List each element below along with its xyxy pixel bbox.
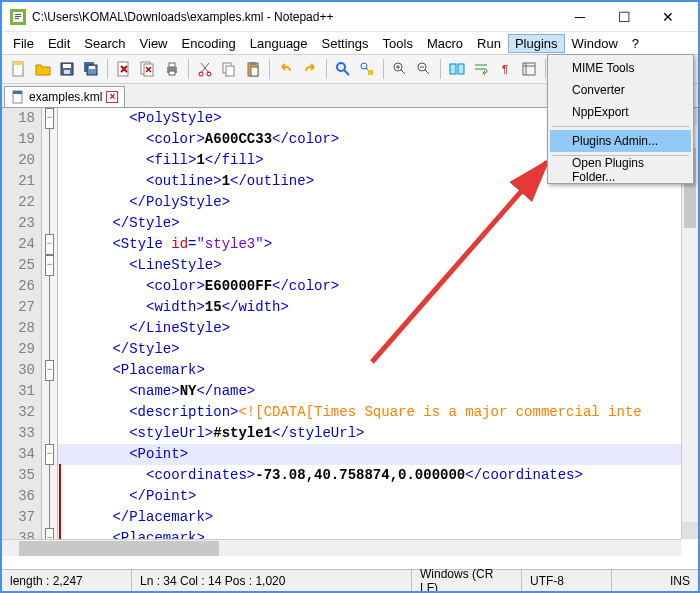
tab-label: examples.kml bbox=[29, 90, 102, 104]
show-all-icon[interactable]: ¶ bbox=[494, 58, 516, 80]
close-file-icon[interactable] bbox=[113, 58, 135, 80]
menu-settings[interactable]: Settings bbox=[315, 34, 376, 53]
replace-icon[interactable] bbox=[356, 58, 378, 80]
svg-rect-33 bbox=[523, 63, 535, 75]
statusbar: length : 2,247 Ln : 34 Col : 14 Pos : 1,… bbox=[2, 569, 698, 591]
svg-rect-25 bbox=[251, 67, 258, 76]
menu-plugins[interactable]: Plugins bbox=[508, 34, 565, 53]
svg-rect-12 bbox=[89, 66, 95, 69]
menubar: FileEditSearchViewEncodingLanguageSettin… bbox=[2, 32, 698, 54]
bracket-highlight bbox=[59, 464, 61, 548]
close-button[interactable]: ✕ bbox=[646, 3, 690, 31]
svg-rect-39 bbox=[13, 91, 22, 94]
menu-macro[interactable]: Macro bbox=[420, 34, 470, 53]
redo-icon[interactable] bbox=[299, 58, 321, 80]
svg-rect-4 bbox=[15, 18, 19, 19]
svg-rect-6 bbox=[13, 62, 23, 65]
open-file-icon[interactable] bbox=[32, 58, 54, 80]
tab-close-icon[interactable]: × bbox=[106, 91, 118, 103]
plugins-dropdown: MIME ToolsConverterNppExportPlugins Admi… bbox=[547, 54, 694, 184]
dropdown-item[interactable]: Plugins Admin... bbox=[550, 130, 691, 152]
svg-rect-31 bbox=[450, 64, 456, 74]
copy-icon[interactable] bbox=[218, 58, 240, 80]
fold-margin[interactable]: −−−−−− bbox=[42, 108, 58, 556]
zoom-in-icon[interactable] bbox=[389, 58, 411, 80]
dropdown-item[interactable]: NppExport bbox=[550, 101, 691, 123]
code-line[interactable]: <name>NY</name> bbox=[58, 381, 698, 402]
menu-tools[interactable]: Tools bbox=[376, 34, 420, 53]
code-line[interactable]: </Placemark> bbox=[58, 507, 698, 528]
app-icon bbox=[10, 9, 26, 25]
svg-rect-18 bbox=[169, 71, 175, 75]
code-line[interactable]: <coordinates>-73.08,40.758874,0.000000</… bbox=[58, 465, 698, 486]
code-line[interactable]: <Point> bbox=[58, 444, 698, 465]
line-gutter: 1819202122232425262728293031323334353637… bbox=[2, 108, 42, 556]
new-file-icon[interactable] bbox=[8, 58, 30, 80]
menu-window[interactable]: Window bbox=[565, 34, 625, 53]
horizontal-scrollbar[interactable] bbox=[2, 539, 681, 556]
menu-search[interactable]: Search bbox=[77, 34, 132, 53]
paste-icon[interactable] bbox=[242, 58, 264, 80]
svg-rect-2 bbox=[15, 14, 21, 15]
wrap-icon[interactable] bbox=[470, 58, 492, 80]
menu-run[interactable]: Run bbox=[470, 34, 508, 53]
dropdown-item[interactable]: MIME Tools bbox=[550, 57, 691, 79]
file-tab[interactable]: examples.kml × bbox=[4, 86, 125, 107]
status-mode: INS bbox=[612, 570, 698, 591]
status-eol: Windows (CR LF) bbox=[412, 570, 522, 591]
code-line[interactable]: <description><![CDATA[Times Square is a … bbox=[58, 402, 698, 423]
find-icon[interactable] bbox=[332, 58, 354, 80]
svg-rect-3 bbox=[15, 16, 21, 17]
cut-icon[interactable] bbox=[194, 58, 216, 80]
svg-rect-9 bbox=[64, 70, 70, 74]
minimize-button[interactable]: ─ bbox=[558, 3, 602, 31]
titlebar: C:\Users\KOMAL\Downloads\examples.kml - … bbox=[2, 2, 698, 32]
menu-edit[interactable]: Edit bbox=[41, 34, 77, 53]
print-icon[interactable] bbox=[161, 58, 183, 80]
file-icon bbox=[11, 90, 25, 104]
svg-rect-22 bbox=[226, 66, 234, 76]
svg-rect-28 bbox=[368, 70, 373, 75]
svg-rect-17 bbox=[169, 63, 175, 67]
save-icon[interactable] bbox=[56, 58, 78, 80]
status-length: length : 2,247 bbox=[2, 570, 132, 591]
code-line[interactable]: <styleUrl>#style1</styleUrl> bbox=[58, 423, 698, 444]
undo-icon[interactable] bbox=[275, 58, 297, 80]
sync-icon[interactable] bbox=[446, 58, 468, 80]
menu-?[interactable]: ? bbox=[625, 34, 646, 53]
svg-point-26 bbox=[337, 63, 345, 71]
window-title: C:\Users\KOMAL\Downloads\examples.kml - … bbox=[32, 10, 558, 24]
status-position: Ln : 34 Col : 14 Pos : 1,020 bbox=[132, 570, 412, 591]
status-encoding: UTF-8 bbox=[522, 570, 612, 591]
menu-language[interactable]: Language bbox=[243, 34, 315, 53]
code-line[interactable]: </Point> bbox=[58, 486, 698, 507]
zoom-out-icon[interactable] bbox=[413, 58, 435, 80]
dropdown-item[interactable]: Open Plugins Folder... bbox=[550, 159, 691, 181]
close-all-icon[interactable] bbox=[137, 58, 159, 80]
maximize-button[interactable]: ☐ bbox=[602, 3, 646, 31]
svg-rect-32 bbox=[458, 64, 464, 74]
menu-encoding[interactable]: Encoding bbox=[175, 34, 243, 53]
svg-rect-24 bbox=[250, 62, 256, 65]
menu-view[interactable]: View bbox=[133, 34, 175, 53]
save-all-icon[interactable] bbox=[80, 58, 102, 80]
menu-file[interactable]: File bbox=[6, 34, 41, 53]
svg-rect-8 bbox=[63, 64, 71, 68]
svg-line-40 bbox=[372, 162, 547, 362]
dropdown-item[interactable]: Converter bbox=[550, 79, 691, 101]
indent-guide-icon[interactable] bbox=[518, 58, 540, 80]
